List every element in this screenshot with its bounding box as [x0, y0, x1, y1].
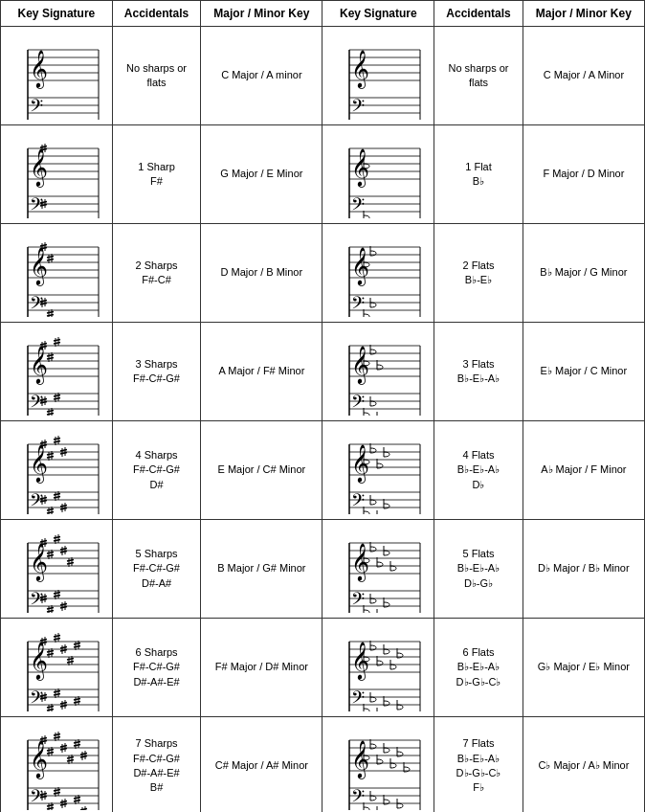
- svg-line-188: [40, 442, 47, 444]
- svg-line-443: [54, 793, 60, 795]
- header-accidentals-2: Accidentals: [434, 1, 523, 27]
- key-sig-flat-2: 𝄞 𝄢: [322, 224, 434, 323]
- key-sig-flat-5: 𝄞 𝄢: [322, 520, 434, 619]
- svg-line-216: [60, 506, 67, 508]
- svg-line-204: [54, 439, 60, 440]
- svg-line-454: [67, 757, 74, 759]
- svg-line-205: [54, 441, 60, 443]
- svg-text:𝄞: 𝄞: [30, 347, 48, 386]
- svg-text:𝄞: 𝄞: [351, 51, 369, 90]
- svg-text:𝄢: 𝄢: [351, 392, 365, 416]
- svg-line-130: [40, 344, 47, 346]
- svg-line-95: [47, 315, 54, 317]
- accidentals-flat-5: 5 Flats B♭-E♭-A♭ D♭-G♭: [434, 520, 523, 619]
- accidentals-flat-2: 2 Flats B♭-E♭: [434, 224, 523, 323]
- svg-text:𝄞: 𝄞: [30, 741, 48, 780]
- accidentals-sharp-5: 5 Sharps F#-C#-G# D#-A#: [112, 520, 201, 619]
- svg-text:𝄢: 𝄢: [351, 786, 365, 810]
- header-key-sig-1: Key Signature: [1, 1, 113, 27]
- svg-line-82: [40, 245, 47, 247]
- svg-line-142: [47, 411, 54, 413]
- svg-line-463: [74, 745, 80, 747]
- accidentals-sharp-0: No sharps or flats: [112, 27, 201, 125]
- svg-line-217: [60, 508, 67, 510]
- accidentals-flat-7: 7 Flats B♭-E♭-A♭ D♭-G♭-C♭ F♭: [434, 717, 523, 813]
- svg-text:𝄞: 𝄞: [30, 643, 48, 682]
- svg-line-200: [47, 509, 54, 511]
- header-key-sig-2: Key Signature: [322, 1, 434, 27]
- major-minor-flat-3: E♭ Major / C Minor: [523, 323, 644, 421]
- svg-text:𝄢: 𝄢: [351, 293, 365, 317]
- svg-line-150: [54, 395, 60, 397]
- major-minor-sharp-5: B Major / G# Minor: [201, 520, 322, 619]
- svg-text:𝄢: 𝄢: [351, 96, 365, 120]
- svg-line-434: [47, 805, 54, 807]
- svg-text:𝄞: 𝄞: [30, 149, 48, 189]
- key-sig-flat-1: 𝄞 𝄢: [322, 125, 434, 224]
- accidentals-flat-6: 6 Flats B♭-E♭-A♭ D♭-G♭-C♭: [434, 619, 523, 717]
- svg-text:𝄢: 𝄢: [351, 688, 365, 711]
- accidentals-sharp-2: 2 Sharps F#-C#: [112, 224, 201, 323]
- svg-line-147: [54, 343, 60, 345]
- major-minor-flat-7: C♭ Major / A♭ Minor: [523, 717, 644, 813]
- svg-line-455: [67, 760, 74, 762]
- svg-line-363: [60, 706, 67, 708]
- svg-line-151: [54, 398, 60, 400]
- key-sig-sharp-6: 𝄞 𝄢: [1, 619, 113, 717]
- major-minor-sharp-2: D Major / B Minor: [201, 224, 322, 323]
- svg-line-466: [74, 798, 80, 800]
- key-sig-flat-7: 𝄞 𝄢: [322, 717, 434, 813]
- accidentals-sharp-1: 1 Sharp F#: [112, 125, 201, 224]
- key-sig-sharp-2: 𝄞 𝄢: [1, 224, 113, 323]
- svg-line-209: [54, 497, 60, 499]
- svg-text:𝄞: 𝄞: [30, 544, 48, 583]
- svg-line-347: [47, 710, 54, 711]
- svg-line-374: [74, 643, 80, 645]
- svg-line-474: [80, 809, 87, 811]
- key-sig-flat-6: 𝄞 𝄢: [322, 619, 434, 717]
- svg-line-446: [60, 746, 67, 748]
- accidentals-flat-4: 4 Flats B♭-E♭-A♭ D♭: [434, 421, 523, 520]
- svg-line-285: [60, 607, 67, 609]
- svg-line-143: [47, 414, 54, 416]
- accidentals-sharp-7: 7 Sharps F#-C#-G# D#-A#-E# B#: [112, 717, 201, 813]
- svg-line-366: [67, 659, 74, 661]
- svg-line-334: [40, 640, 47, 642]
- svg-line-467: [74, 801, 80, 802]
- svg-line-442: [54, 790, 60, 792]
- major-minor-flat-6: G♭ Major / E♭ Minor: [523, 619, 644, 717]
- svg-line-451: [60, 804, 67, 806]
- key-sig-flat-3: 𝄞 𝄢: [322, 323, 434, 421]
- svg-line-447: [60, 749, 67, 751]
- key-sig-sharp-5: 𝄞 𝄢: [1, 520, 113, 619]
- key-sig-sharp-7: 𝄞 𝄢: [1, 717, 113, 813]
- major-minor-flat-4: A♭ Major / F Minor: [523, 421, 644, 520]
- accidentals-flat-1: 1 Flat B♭: [434, 125, 523, 224]
- major-minor-sharp-6: F# Major / D# Minor: [201, 619, 322, 717]
- svg-line-358: [60, 647, 67, 649]
- svg-line-346: [47, 707, 54, 709]
- svg-line-359: [60, 650, 67, 652]
- svg-line-289: [67, 563, 74, 565]
- header-major-minor-2: Major / Minor Key: [523, 1, 644, 27]
- svg-line-367: [67, 662, 74, 664]
- svg-line-212: [60, 450, 67, 452]
- svg-line-438: [54, 734, 60, 736]
- major-minor-flat-5: D♭ Major / B♭ Minor: [523, 520, 644, 619]
- svg-text:𝄞: 𝄞: [30, 51, 48, 90]
- svg-line-44: [40, 147, 47, 148]
- svg-text:𝄢: 𝄢: [351, 194, 365, 218]
- key-sig-sharp-0: 𝄞 𝄢: [1, 27, 113, 125]
- svg-text:𝄢: 𝄢: [351, 490, 365, 514]
- svg-line-354: [54, 691, 60, 693]
- svg-line-288: [67, 560, 74, 562]
- svg-line-422: [40, 738, 47, 740]
- accidentals-sharp-4: 4 Sharps F#-C#-G# D#: [112, 421, 201, 520]
- svg-line-213: [60, 453, 67, 455]
- svg-line-362: [60, 703, 67, 705]
- key-sig-flat-0: 𝄞 𝄢: [322, 27, 434, 125]
- key-sig-sharp-1: 𝄞 𝄢: [1, 125, 113, 224]
- svg-line-208: [54, 494, 60, 496]
- major-minor-sharp-7: C# Major / A# Minor: [201, 717, 322, 813]
- svg-line-268: [47, 608, 54, 610]
